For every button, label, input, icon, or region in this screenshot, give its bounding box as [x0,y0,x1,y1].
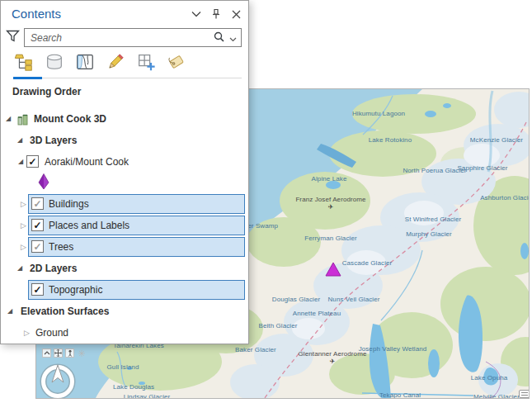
map-label: Cascade Glacier [342,259,393,267]
tree-row-scene[interactable]: ◢ Mount Cook 3D [1,108,248,130]
layer-label: Trees [49,241,73,253]
map-label: Murphy Glacier [406,230,452,238]
navigator-full-control-button[interactable] [65,348,74,358]
layer-tree: ◢ Mount Cook 3D ◢ 3D Layers ◢ [1,1,248,344]
map-label: Douglas Glacier [272,296,320,303]
map-label: St Winifred Glacier [405,216,462,223]
tree-row-layer[interactable]: ▷ ✓ Places and Labels [1,215,248,236]
layer-checkbox[interactable]: ✓ [31,197,44,210]
map-label: Ferryman Glacier [304,235,356,242]
spin-tool-button[interactable] [77,348,86,358]
map-label: Baker Glacier [235,346,276,353]
map-label: Lake Rotokino [369,136,412,144]
layer-checkbox[interactable]: ✓ [26,155,39,168]
expander-collapsed-icon[interactable]: ▷ [21,244,26,251]
map-label: Alpine Lake [312,175,347,183]
layer-label: Places and Labels [49,220,129,231]
map-label: Annette Plateau [293,310,341,317]
layer-label: Aoraki/Mount Cook [45,156,129,168]
expander-collapsed-icon[interactable]: ▷ [24,330,30,337]
symbol-row [1,173,248,193]
tree-row-layer[interactable]: ▷ Ground [1,322,248,344]
attribution-icon[interactable] [519,390,530,398]
map-label: Joseph Valley Wetland [359,345,427,353]
map-label: Lake Douglas [113,383,154,391]
expander-expanded-icon[interactable]: ◢ [18,159,23,165]
map-label: McKenzie Glacier [470,136,523,144]
layer-checkbox[interactable]: ✓ [31,219,44,231]
pan-mode-button[interactable] [54,348,63,358]
airplane-icon: ✈ [330,358,336,365]
layer-label: Buildings [49,198,89,210]
tree-row-layer[interactable]: ▷ ✓ Trees [1,236,248,258]
map-label: Hikumutu Lagoon [352,110,405,117]
tree-row-layer[interactable]: ✓ Topographic [1,279,248,301]
app-window: Hikumutu Lagoon Lake Rotokino McKenzie G… [0,0,532,403]
map-label: Beith Glacier [258,322,297,330]
map-label: North Poerua Glacier [403,167,466,174]
expander-collapsed-icon[interactable]: ▷ [21,222,26,230]
map-label: Tekapo Canal [379,391,421,399]
map-label: Lake Opuha [471,374,508,382]
expander-expanded-icon[interactable]: ◢ [6,116,11,122]
map-label: Gull Island [107,363,139,371]
expander-expanded-icon[interactable]: ◢ [17,265,22,272]
expander-expanded-icon[interactable]: ◢ [17,137,22,144]
layer-checkbox[interactable]: ✓ [31,240,44,253]
expander-collapsed-icon[interactable]: ▷ [21,201,26,208]
tree-row-group[interactable]: ◢ Elevation Surfaces [1,301,248,322]
contents-pane: Contents [0,0,249,344]
map-label: Nuns Veil Glacier [327,296,379,303]
scene-navigator [38,348,86,399]
navigator-collapse-button[interactable] [42,348,51,358]
layer-symbol-purple-tetrahedron[interactable] [37,173,50,193]
group-label: 2D Layers [30,263,77,274]
layer-checkbox[interactable]: ✓ [31,283,44,296]
compass-north-arrow[interactable] [38,359,79,399]
tree-row-group[interactable]: ◢ 3D Layers [1,130,248,151]
tree-row-group[interactable]: ◢ 2D Layers [1,258,248,279]
map-label: Glentanner Aerodrome [299,350,367,358]
layer-label: Topographic [49,284,102,296]
expander-expanded-icon[interactable]: ◢ [7,308,12,315]
tree-row-layer[interactable]: ◢ ✓ Aoraki/Mount Cook [1,151,248,173]
scene-label: Mount Cook 3D [34,113,106,125]
map-label: Franz Josef Aerodrome [295,196,365,203]
tree-row-layer[interactable]: ▷ ✓ Buildings [1,193,248,215]
map-label: Ashburton Glacier [480,194,530,202]
scene-icon [16,112,30,130]
layer-label: Ground [35,327,68,339]
map-label: Lindsay Glacier [124,393,171,399]
group-label: Elevation Surfaces [21,306,109,317]
group-label: 3D Layers [30,135,77,146]
map-label: Melville Glacier [473,393,520,399]
airplane-icon: ✈ [328,203,334,211]
